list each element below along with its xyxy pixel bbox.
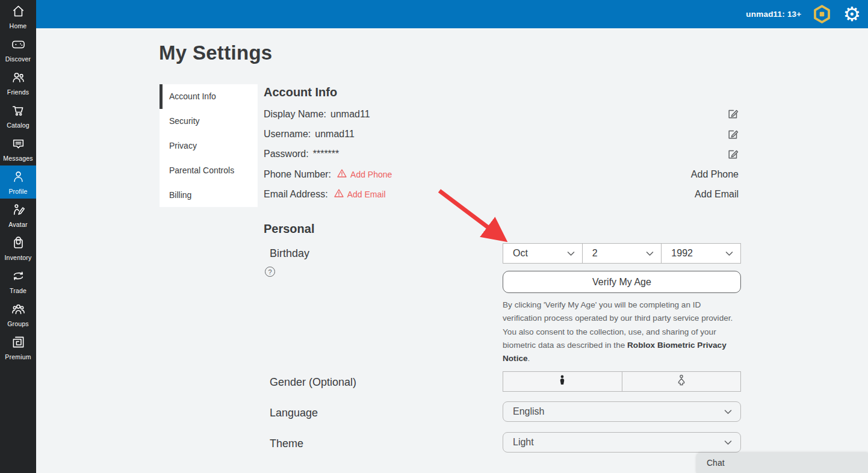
sidebar-item-label: Messages [3, 155, 33, 162]
personal-heading: Personal [264, 221, 314, 236]
gender-selector [503, 371, 741, 392]
edit-display-name-button[interactable] [727, 108, 739, 120]
phone-number-row: Phone Number: Add Phone Add Phone [264, 164, 741, 184]
sidebar-item-catalog[interactable]: Catalog [0, 99, 36, 132]
add-phone-alert[interactable]: Add Phone [337, 168, 392, 181]
password-value: ******* [313, 149, 339, 159]
theme-select[interactable]: Light [503, 432, 741, 453]
cart-icon [11, 103, 26, 120]
message-icon [11, 136, 26, 153]
avatar-edit-icon [11, 202, 26, 220]
help-icon[interactable]: ? [265, 267, 275, 277]
theme-label: Theme [270, 437, 303, 450]
gender-label: Gender (Optional) [270, 376, 356, 389]
birthday-day-select[interactable]: 2 [583, 244, 662, 263]
add-phone-alert-label: Add Phone [350, 170, 392, 179]
backpack-icon [11, 235, 26, 253]
sidebar-item-label: Trade [10, 287, 26, 294]
sidebar-item-messages[interactable]: Messages [0, 132, 36, 165]
account-info-heading: Account Info [264, 84, 741, 100]
add-phone-button[interactable]: Add Phone [691, 169, 739, 180]
chevron-down-icon [724, 437, 732, 448]
birthday-month-value: Oct [513, 248, 528, 259]
premium-icon [11, 335, 26, 352]
display-name-row: Display Name: unmad11 [264, 104, 741, 124]
birthday-selects: Oct 2 1992 [503, 243, 741, 264]
verify-my-age-button[interactable]: Verify My Age [503, 271, 741, 293]
sidebar-item-premium[interactable]: Premium [0, 331, 36, 364]
sidebar-item-groups[interactable]: Groups [0, 298, 36, 331]
robux-icon[interactable] [813, 5, 831, 23]
username-age-badge[interactable]: unmad11: 13+ [746, 10, 801, 19]
birthday-label: Birthday [270, 247, 309, 260]
female-icon [675, 374, 688, 389]
chevron-down-icon [724, 406, 732, 417]
chat-label: Chat [707, 458, 725, 468]
sidebar-item-label: Profile [8, 188, 27, 195]
sidebar-item-avatar[interactable]: Avatar [0, 199, 36, 232]
warning-triangle-icon [334, 188, 344, 200]
settings-gear-icon[interactable]: ⚙ [843, 4, 861, 24]
sidebar-item-label: Catalog [7, 122, 29, 129]
chevron-down-icon [725, 248, 733, 259]
sidebar-item-discover[interactable]: Discover [0, 33, 36, 66]
birthday-month-select[interactable]: Oct [503, 244, 583, 263]
account-info-rows: Display Name: unmad11 Username: unmad11 … [264, 104, 741, 205]
language-select[interactable]: English [503, 401, 741, 422]
gamepad-icon [11, 37, 26, 54]
display-name-label: Display Name: [264, 109, 326, 120]
settings-nav: Account Info Security Privacy Parental C… [160, 84, 258, 207]
main-area: My Settings Account Info Security Privac… [36, 28, 868, 473]
edit-username-button[interactable] [727, 129, 739, 140]
edit-password-button[interactable] [727, 149, 739, 160]
settings-tab-privacy[interactable]: Privacy [160, 134, 258, 158]
home-icon [11, 4, 26, 21]
add-email-alert[interactable]: Add Email [334, 188, 386, 200]
sidebar-item-label: Groups [7, 320, 29, 327]
username-value: unmad11 [315, 129, 355, 140]
language-label: Language [270, 407, 318, 419]
sidebar-item-friends[interactable]: Friends [0, 66, 36, 99]
add-email-button[interactable]: Add Email [695, 189, 739, 200]
groups-icon [11, 301, 26, 319]
email-address-label: Email Address: [264, 189, 328, 200]
language-value: English [513, 406, 544, 417]
chevron-down-icon [567, 248, 575, 259]
phone-number-label: Phone Number: [264, 169, 331, 180]
sidebar-item-home[interactable]: Home [0, 0, 36, 33]
trade-arrows-icon [11, 268, 26, 286]
settings-tab-parental-controls[interactable]: Parental Controls [160, 158, 258, 182]
sidebar-item-label: Home [10, 22, 27, 29]
birthday-year-value: 1992 [671, 248, 693, 259]
sidebar-item-label: Premium [5, 353, 31, 360]
settings-tab-billing[interactable]: Billing [160, 182, 258, 207]
gender-female-button[interactable] [622, 372, 741, 391]
sidebar-item-label: Inventory [5, 254, 32, 261]
topbar: unmad11: 13+ ⚙ [36, 0, 868, 28]
sidebar-item-label: Avatar [8, 221, 27, 228]
display-name-value: unmad11 [330, 109, 370, 120]
password-row: Password: ******* [264, 144, 741, 164]
username-label: Username: [264, 129, 311, 140]
sidebar-item-label: Friends [7, 88, 29, 96]
add-email-alert-label: Add Email [347, 190, 386, 199]
theme-value: Light [513, 437, 534, 448]
profile-icon [11, 169, 26, 187]
chat-bar[interactable]: Chat [696, 453, 868, 473]
gender-male-button[interactable] [503, 372, 622, 391]
verify-disclaimer: By clicking 'Verify My Age' you will be … [503, 298, 741, 365]
male-icon [556, 374, 569, 389]
password-label: Password: [264, 149, 309, 159]
sidebar-item-profile[interactable]: Profile [0, 165, 36, 199]
account-info-section: Account Info Display Name: unmad11 Usern… [264, 84, 741, 473]
sidebar-item-label: Discover [5, 55, 31, 63]
birthday-year-select[interactable]: 1992 [662, 244, 740, 263]
sidebar-item-trade[interactable]: Trade [0, 265, 36, 298]
sidebar-item-inventory[interactable]: Inventory [0, 232, 36, 265]
chevron-down-icon [646, 248, 654, 259]
friends-icon [11, 70, 26, 87]
settings-tab-security[interactable]: Security [160, 109, 258, 134]
app-sidebar: Home Discover Friends Catalog Messages P… [0, 0, 36, 473]
page-title: My Settings [159, 42, 273, 64]
settings-tab-account-info[interactable]: Account Info [160, 84, 258, 109]
